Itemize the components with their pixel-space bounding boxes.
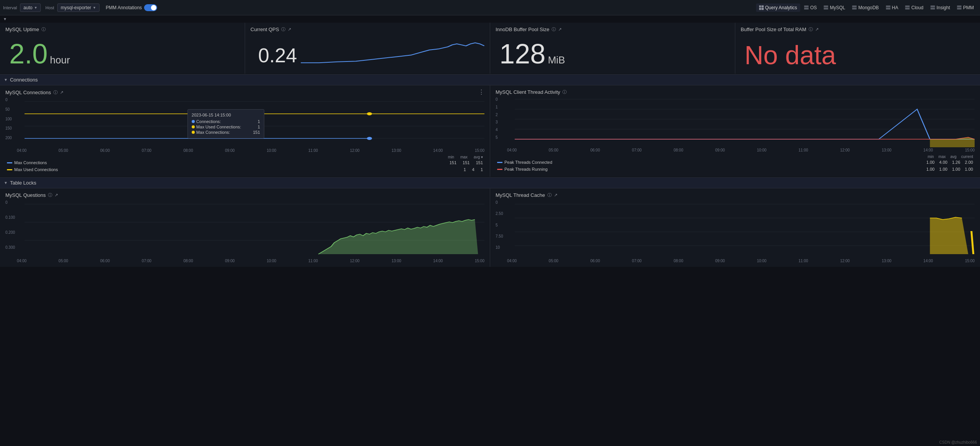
info-icon-questions[interactable]: ⓘ	[48, 192, 52, 198]
link-icon-connections[interactable]: ↗	[60, 90, 63, 95]
info-icon-buffer[interactable]: ⓘ	[552, 27, 556, 32]
stat-min-peak-running: 1.00	[926, 167, 934, 171]
legend-peak-connected: Peak Threads Connected 1.00 4.00 1.26 2.…	[496, 159, 975, 166]
info-icon-qps[interactable]: ⓘ	[281, 27, 285, 32]
legend-text-peak-connected: Peak Threads Connected	[504, 160, 552, 165]
nav-item-cloud[interactable]: Cloud	[902, 3, 926, 12]
stat-max-max-connections: 151	[463, 160, 469, 165]
tc-y-10: 10	[496, 245, 506, 250]
nav-right: Query Analytics OS MySQL MongoDB HA Clou…	[756, 3, 977, 12]
grid-icon	[759, 5, 764, 10]
nav-label-insight: Insight	[937, 5, 950, 10]
threads-title: MySQL Client Thread Activity	[496, 89, 560, 95]
y4: 4	[496, 128, 506, 132]
link-icon-qps[interactable]: ↗	[288, 27, 291, 32]
table-locks-section-header[interactable]: ▼ Table Locks	[0, 177, 980, 188]
annotations-toggle[interactable]	[144, 4, 157, 11]
link-icon-buffer[interactable]: ↗	[558, 27, 562, 32]
top-collapse-row[interactable]: ▼	[0, 15, 980, 23]
lines-icon-mysql	[824, 6, 828, 9]
tooltip-key-max-conn: Max Connections:	[192, 130, 230, 135]
tooltip-val-max-conn: 151	[253, 130, 260, 135]
info-icon-threads[interactable]: ⓘ	[562, 89, 567, 95]
more-icon-connections[interactable]: ⋮	[478, 89, 484, 95]
y-label-100: 100	[5, 117, 16, 121]
threads-chart-area: 5 4 3 2 1 0	[496, 97, 975, 147]
nav-item-mongodb[interactable]: MongoDB	[849, 3, 882, 12]
legend-stats-max-used: 1 4 1	[464, 167, 483, 172]
y1: 1	[496, 105, 506, 109]
legend-row-max-used-connections: Max Used Connections 1 4 1	[5, 166, 484, 173]
link-icon-thread-cache[interactable]: ↗	[554, 193, 557, 198]
legend-swatch-max-used-conn	[7, 169, 12, 170]
questions-title-row: MySQL Questions ⓘ ↗	[5, 192, 484, 198]
interval-dropdown[interactable]: auto ▼	[20, 3, 41, 12]
link-icon-buffer-total[interactable]: ↗	[815, 27, 819, 32]
connections-chart-area: 200 150 100 50 0	[5, 98, 484, 148]
table-locks-collapse-arrow[interactable]: ▼	[4, 181, 8, 185]
threads-col-max: max	[939, 155, 946, 159]
panel-mysql-connections: MySQL Connections ⓘ ↗ ⋮ 200 150 100 50 0	[0, 85, 490, 177]
threads-col-avg: avg	[950, 155, 957, 159]
legend-swatch-max-connections	[7, 162, 12, 163]
link-icon-questions[interactable]: ↗	[55, 193, 58, 198]
nav-label-query-analytics: Query Analytics	[765, 5, 797, 10]
annotations-button[interactable]: PMM Annotations	[102, 3, 161, 12]
card-qps-title: Current QPS	[250, 27, 279, 32]
connections-section-header[interactable]: ▼ Connections	[0, 74, 980, 85]
tooltip-label-connections: Connections:	[196, 119, 221, 124]
annotations-label: PMM Annotations	[106, 5, 142, 10]
connections-charts-row: MySQL Connections ⓘ ↗ ⋮ 200 150 100 50 0	[0, 85, 980, 177]
info-icon-thread-cache[interactable]: ⓘ	[547, 192, 552, 198]
metric-cards-row: MySQL Uptime ⓘ 2.0 hour Current QPS ⓘ ↗ …	[0, 23, 980, 74]
card-uptime-title-row: MySQL Uptime ⓘ	[5, 27, 239, 32]
nav-item-ha[interactable]: HA	[883, 3, 902, 12]
nav-label-ha: HA	[892, 5, 899, 10]
nav-item-os[interactable]: OS	[801, 3, 820, 12]
stat-max-max-used: 4	[472, 167, 474, 172]
lines-icon-pmm	[957, 6, 962, 9]
nav-item-insight[interactable]: Insight	[927, 3, 953, 12]
panel-client-threads: MySQL Client Thread Activity ⓘ 5 4 3 2 1…	[490, 85, 980, 177]
col-max: max	[460, 155, 468, 159]
buffer-number: 128	[499, 40, 546, 68]
thread-cache-chart-area: 10 7.50 5 2.50 0	[496, 200, 975, 258]
info-icon-connections[interactable]: ⓘ	[53, 90, 58, 95]
buffer-total-value: No data	[745, 40, 836, 70]
card-buffer-title: InnoDB Buffer Pool Size	[496, 27, 549, 32]
nav-item-query-analytics[interactable]: Query Analytics	[756, 3, 800, 12]
legend-swatch-peak-connected	[497, 162, 502, 163]
connections-section-title: Connections	[10, 77, 38, 83]
card-qps-title-row: Current QPS ⓘ ↗	[250, 27, 484, 32]
info-icon-uptime[interactable]: ⓘ	[41, 27, 46, 32]
lines-icon-insight	[930, 6, 935, 9]
questions-svg	[5, 200, 484, 258]
nav-item-mysql[interactable]: MySQL	[821, 3, 848, 12]
interval-label: Interval	[3, 5, 17, 10]
card-buffer-total-title-row: Buffer Pool Size of Total RAM ⓘ ↗	[741, 27, 975, 32]
legend-stats-peak-connected: 1.00 4.00 1.26 2.00	[926, 160, 973, 165]
questions-chart-area: 0.300 0.200 0.100 0	[5, 200, 484, 258]
lines-icon-ha	[886, 6, 890, 9]
nav-label-cloud: Cloud	[911, 5, 923, 10]
panel-mysql-questions: MySQL Questions ⓘ ↗ 0.300 0.200 0.100 0 …	[0, 188, 490, 267]
legend-text-max-used: Max Used Connections	[14, 167, 58, 172]
nav-item-pmm[interactable]: PMM	[954, 3, 977, 12]
top-collapse-arrow[interactable]: ▼	[3, 17, 7, 21]
nav-label-mysql: MySQL	[830, 5, 845, 10]
host-label: Host	[45, 5, 54, 10]
legend-swatch-peak-running	[497, 169, 502, 170]
tooltip-key-max-used: Max Used Connections:	[192, 125, 241, 129]
questions-title: MySQL Questions	[5, 192, 46, 198]
qps-sparkline	[301, 35, 484, 65]
connections-collapse-arrow[interactable]: ▼	[4, 78, 8, 82]
lines-icon-os	[804, 6, 809, 9]
thread-cache-svg	[496, 200, 975, 258]
stat-max-peak-running: 1.00	[939, 167, 947, 171]
card-current-qps: Current QPS ⓘ ↗ 0.24	[245, 23, 490, 74]
info-icon-buffer-total[interactable]: ⓘ	[809, 27, 813, 32]
legend-row-max-connections: Max Connections 151 151 151	[5, 159, 484, 166]
stat-avg-peak-running: 1.00	[952, 167, 960, 171]
stat-min-max-used: 1	[464, 167, 466, 172]
host-dropdown[interactable]: mysql-exporter ▼	[57, 3, 99, 12]
